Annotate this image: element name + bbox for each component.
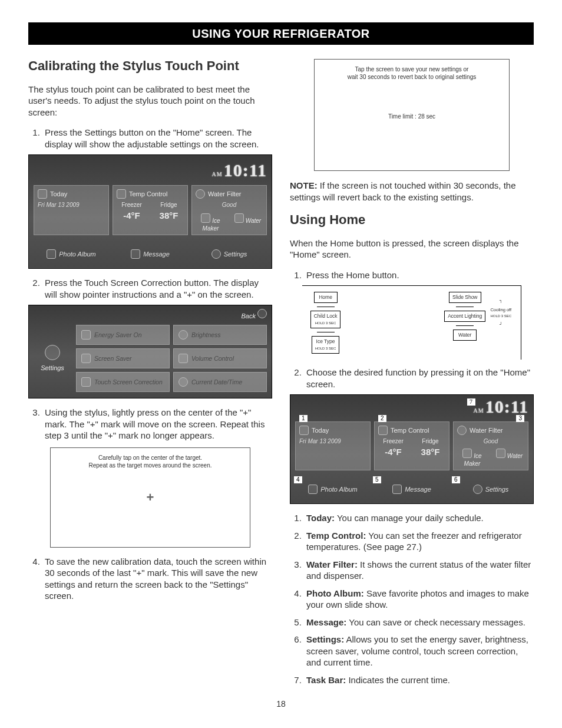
home-steps-2: Choose the desired function by pressing …	[290, 367, 534, 390]
ice-icon	[462, 449, 472, 458]
calibrate-steps: Press the Settings button on the "Home" …	[28, 127, 272, 150]
home-screen-illustration: AM10:11 Today Fri Mar 13 2009 Temp Contr…	[28, 154, 272, 269]
callout-6: 6	[452, 476, 460, 483]
desc-temp: Temp Control: You can set the freezer an…	[304, 530, 534, 553]
screen-icon	[81, 354, 91, 363]
volume-button: Volume Control	[173, 348, 267, 368]
message-icon	[392, 485, 402, 494]
section-banner: USING YOUR REFRIGERATOR	[28, 22, 534, 45]
freezer-label: Freezer	[117, 201, 147, 209]
ice-icon	[201, 213, 210, 223]
temp-control-tile: 2 Temp Control Freezer-4°F Fridge38°F	[374, 421, 449, 470]
calendar-icon	[299, 426, 309, 435]
right-column: Tap the screen to save your new settings…	[290, 53, 534, 693]
desc-message: Message: You can save or check necessary…	[304, 617, 534, 628]
calibrate-steps-2: Press the Touch Screen Correction button…	[28, 277, 272, 300]
calib-line1: Carefully tap on the center of the targe…	[58, 454, 242, 462]
today-tile: 1 Today Fri Mar 13 2009	[295, 421, 371, 470]
temp-control-tile: Temp Control Freezer-4°F Fridge38°F	[113, 185, 188, 235]
water-label: Water	[233, 213, 263, 232]
intro-paragraph: The stylus touch point can be calibrated…	[28, 84, 272, 118]
callout-1: 1	[299, 415, 308, 422]
message-button: 5 Message	[374, 481, 449, 498]
gear-icon	[473, 485, 482, 494]
heading-calibrate: Calibrating the Stylus Touch Point	[28, 58, 272, 75]
desc-photo: Photo Album: Save favorite photos and im…	[304, 588, 534, 611]
home-step-1: Press the Home button.	[304, 269, 534, 281]
touch-correction-button: Touch Screen Correction	[76, 372, 170, 392]
control-panel-diagram: Home Child LockHOLD 3 SEC Ice TypeHOLD 3…	[302, 285, 522, 360]
home-step-2: Choose the desired function by pressing …	[304, 367, 534, 390]
photo-album-button: Photo Album	[34, 246, 109, 262]
touch-icon	[81, 377, 91, 387]
desc-settings: Settings: Allows you to set the energy s…	[304, 634, 534, 668]
step-3: Using the stylus, lightly press on the c…	[42, 407, 272, 442]
page-number: 18	[28, 699, 534, 709]
speaker-icon	[178, 354, 188, 363]
settings-button: 6 Settings	[453, 481, 528, 498]
gear-icon	[211, 249, 221, 259]
step-2: Press the Touch Screen Correction button…	[42, 277, 272, 300]
temp-control-label: Temp Control	[129, 190, 167, 198]
left-column: Calibrating the Stylus Touch Point The s…	[28, 53, 272, 693]
note-label: NOTE:	[290, 180, 318, 190]
filter-icon	[196, 189, 205, 199]
water-icon	[496, 449, 505, 458]
calibrate-steps-3: Using the stylus, lightly press on the c…	[28, 407, 272, 442]
thermo-icon	[378, 426, 388, 435]
water-icon	[234, 213, 244, 223]
datetime-button: Current Date/Time	[173, 372, 267, 392]
callout-7: 7	[467, 398, 475, 406]
note-text: If the screen is not touched within 30 s…	[290, 180, 516, 202]
photo-icon	[47, 249, 56, 259]
panel-water-button: Water	[453, 330, 477, 341]
filter-status: Good	[196, 201, 263, 209]
desc-today: Today: You can manage your daily schedul…	[304, 512, 534, 524]
time-limit-label: Time limit : 28 sec	[315, 113, 508, 120]
filter-icon	[457, 426, 467, 435]
am-label: AM	[474, 407, 484, 414]
desc-taskbar: Task Bar: Indicates the current time.	[304, 674, 534, 686]
today-label: Today	[50, 190, 67, 198]
calibration-target-box: Carefully tap on the center of the targe…	[50, 447, 250, 548]
brightness-button: Brightness	[173, 325, 267, 345]
back-icon	[257, 309, 267, 318]
message-icon	[131, 249, 140, 259]
today-date: Fri Mar 13 2009	[38, 201, 105, 209]
task-bar: 7 AM10:11	[295, 395, 528, 418]
callout-4: 4	[294, 476, 302, 483]
calibrate-steps-4: To save the new calibration data, touch …	[28, 556, 272, 602]
back-button: Back	[34, 309, 267, 320]
leaf-icon	[81, 330, 91, 340]
panel-ice-type-button: Ice TypeHOLD 3 SEC	[312, 336, 340, 354]
screen-saver-button: Screen Saver	[76, 348, 170, 368]
sun-icon	[178, 330, 188, 340]
settings-button: Settings	[191, 246, 267, 262]
desc-filter: Water Filter: It shows the current statu…	[304, 559, 534, 582]
panel-home-button: Home	[314, 292, 338, 303]
photo-icon	[308, 485, 318, 494]
calendar-icon	[38, 189, 47, 199]
step-4: To save the new calibration data, touch …	[42, 556, 272, 602]
thermo-icon	[117, 189, 126, 199]
water-filter-label: Water Filter	[208, 190, 241, 198]
panel-cooling-off-label: Cooling offHOLD 3 SEC	[489, 307, 513, 319]
plus-target-icon: +	[147, 489, 154, 506]
fridge-temp: 38°F	[154, 210, 184, 222]
water-filter-tile: 3 Water Filter Good Ice Maker Water	[453, 421, 528, 470]
clock-time: 10:11	[224, 160, 267, 180]
gear-icon	[45, 345, 60, 360]
ice-maker-label: Ice Maker	[196, 213, 226, 232]
two-column-layout: Calibrating the Stylus Touch Point The s…	[28, 53, 534, 693]
am-label: AM	[212, 171, 223, 177]
freezer-temp: -4°F	[117, 210, 147, 222]
note-paragraph: NOTE: If the screen is not touched withi…	[290, 180, 534, 203]
panel-slide-show-button: Slide Show	[449, 292, 481, 303]
callout-2: 2	[378, 415, 386, 422]
home-intro: When the Home button is pressed, the scr…	[290, 238, 534, 261]
heading-using-home: Using Home	[290, 212, 534, 229]
save-line1: Tap the screen to save your new settings…	[322, 65, 501, 73]
photo-album-button: 4 Photo Album	[295, 481, 371, 498]
calib-line2: Repeat as the target moves around the sc…	[58, 462, 242, 469]
home-feature-list: Today: You can manage your daily schedul…	[290, 512, 534, 686]
